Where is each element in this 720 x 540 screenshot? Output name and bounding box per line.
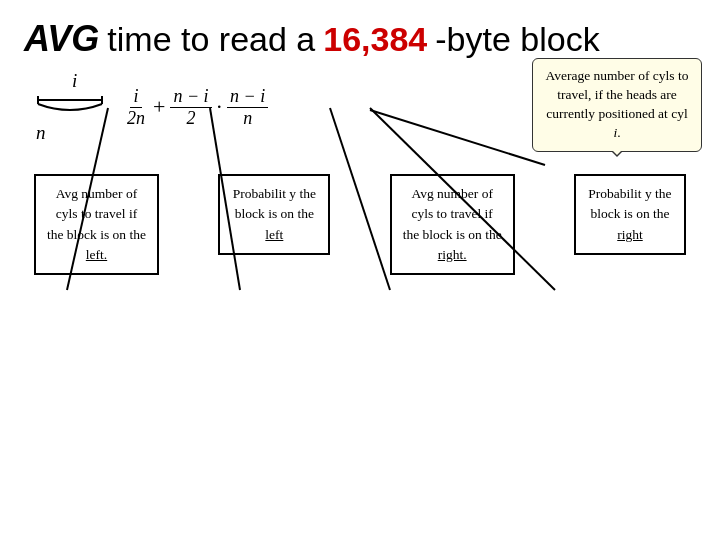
callout-box-avg-left: Avg number of cyls to travel if the bloc… (34, 174, 159, 275)
callout-box-prob-right: Probabilit y the block is on the right (574, 174, 686, 255)
frac-num-ni1: n − i (170, 86, 211, 108)
cb4-text: Probabilit y the block is on the right (588, 186, 671, 242)
frac-den-n: n (240, 108, 255, 129)
title-suffix: -byte block (435, 20, 599, 59)
callout-box-prob-left: Probabilit y the block is on the left (218, 174, 330, 255)
title-row: AVG time to read a 16,384 -byte block (24, 18, 696, 60)
frac-ni-2: n − i 2 (170, 86, 211, 129)
brace-svg (34, 94, 106, 122)
cb2-underline: left (265, 227, 283, 242)
plus1: + (153, 94, 165, 120)
frac-num-i: i (130, 86, 141, 108)
tooltip-box: Average number of cyls to travel, if the… (532, 58, 702, 152)
var-i: i (72, 70, 77, 92)
cb3-underline: right. (438, 247, 467, 262)
title-highlight: 16,384 (323, 20, 427, 59)
title-rest: time to read a (107, 20, 315, 59)
frac-ni-n: n − i n (227, 86, 268, 129)
frac-den-2n: 2n (124, 108, 148, 129)
callout-box-avg-right: Avg number of cyls to travel if the bloc… (390, 174, 515, 275)
page-container: AVG time to read a 16,384 -byte block i … (0, 0, 720, 540)
formula-expression: i 2n + n − i 2 · n − i n (122, 86, 270, 129)
cb1-underline: left. (86, 247, 107, 262)
title-avg: AVG (24, 18, 99, 60)
formula-left: i n (34, 70, 106, 144)
cb2-text: Probabilit y the block is on the left (233, 186, 316, 242)
frac-den-2: 2 (184, 108, 199, 129)
tooltip-text: Average number of cyls to travel, if the… (546, 68, 689, 140)
plus2: · (217, 94, 223, 120)
frac-num-ni2: n − i (227, 86, 268, 108)
cb4-underline: right (617, 227, 643, 242)
cb1-text: Avg number of cyls to travel if the bloc… (47, 186, 146, 262)
frac-i-2n: i 2n (124, 86, 148, 129)
bottom-callouts-row: Avg number of cyls to travel if the bloc… (24, 174, 696, 275)
cb3-text: Avg number of cyls to travel if the bloc… (403, 186, 502, 262)
var-n: n (36, 122, 46, 144)
